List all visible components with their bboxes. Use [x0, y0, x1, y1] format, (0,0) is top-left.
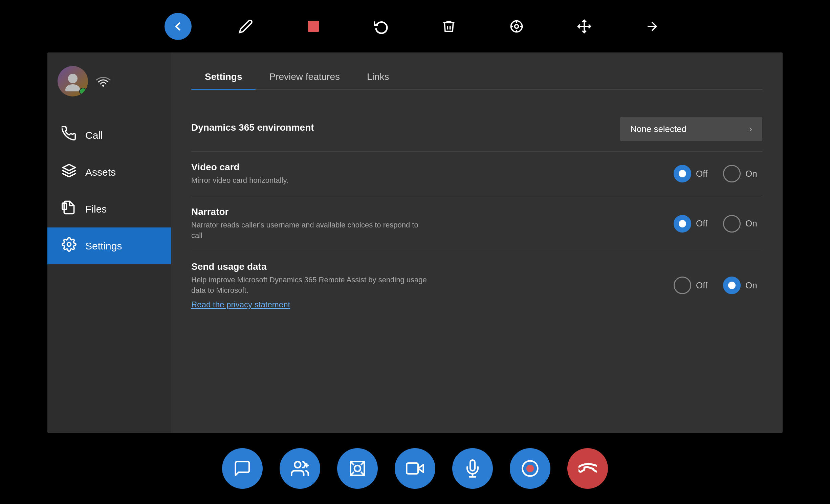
- video-card-on-label: On: [745, 169, 762, 179]
- call-icon: [61, 126, 77, 144]
- top-toolbar: [0, 0, 830, 52]
- settings-label: Settings: [85, 240, 122, 252]
- narrator-on-option[interactable]: On: [723, 215, 762, 233]
- mic-button[interactable]: [452, 448, 493, 489]
- video-button[interactable]: [395, 448, 435, 489]
- files-label: Files: [85, 203, 107, 215]
- send-usage-sublabel: Help improve Microsoft Dynamics 365 Remo…: [191, 275, 428, 296]
- sidebar-item-files[interactable]: Files: [47, 191, 171, 227]
- video-card-off-label: Off: [696, 169, 713, 179]
- tabs: Settings Preview features Links: [191, 66, 762, 90]
- pin-button[interactable]: [503, 13, 530, 40]
- participants-button[interactable]: [280, 448, 320, 489]
- svg-rect-0: [308, 21, 319, 32]
- narrator-on-label: On: [745, 218, 762, 229]
- svg-point-29: [526, 465, 534, 473]
- avatar: [58, 66, 88, 96]
- dynamics-env-label: Dynamics 365 environment: [191, 122, 620, 133]
- send-usage-on-radio[interactable]: [723, 277, 741, 294]
- main-area: Call Assets: [47, 52, 783, 433]
- nav-items: Call Assets: [47, 117, 171, 433]
- tab-links[interactable]: Links: [353, 66, 402, 89]
- svg-point-1: [515, 24, 519, 28]
- sidebar-item-call[interactable]: Call: [47, 117, 171, 154]
- chat-button[interactable]: [222, 448, 263, 489]
- video-card-row: Video card Mirror video card horizontall…: [191, 152, 762, 196]
- send-usage-off-option[interactable]: Off: [674, 277, 713, 294]
- narrator-off-option[interactable]: Off: [674, 215, 713, 233]
- send-usage-on-option[interactable]: On: [723, 277, 762, 294]
- tab-preview-features[interactable]: Preview features: [256, 66, 353, 89]
- settings-icon: [61, 237, 77, 255]
- svg-point-19: [354, 465, 361, 472]
- assets-icon: [61, 163, 77, 181]
- screenshot-button[interactable]: [337, 448, 378, 489]
- stop-button[interactable]: [300, 13, 327, 40]
- user-area: [47, 59, 171, 103]
- chevron-right-icon: ›: [749, 124, 752, 134]
- record-button[interactable]: [510, 448, 550, 489]
- svg-point-12: [102, 85, 104, 87]
- narrator-label: Narrator: [191, 206, 674, 217]
- video-card-on-option[interactable]: On: [723, 165, 762, 182]
- assets-label: Assets: [85, 167, 116, 178]
- privacy-link[interactable]: Read the privacy statement: [191, 300, 290, 309]
- online-badge: [79, 88, 87, 95]
- send-usage-on-label: On: [745, 280, 762, 291]
- svg-point-11: [65, 84, 80, 91]
- delete-button[interactable]: [435, 13, 462, 40]
- video-card-off-radio[interactable]: [674, 165, 691, 182]
- sidebar-item-assets[interactable]: Assets: [47, 154, 171, 191]
- svg-marker-24: [418, 465, 423, 473]
- sidebar: Call Assets: [47, 52, 171, 433]
- narrator-on-radio[interactable]: [723, 215, 741, 233]
- send-usage-label: Send usage data: [191, 261, 674, 272]
- svg-rect-25: [407, 463, 418, 474]
- wifi-icon: [95, 73, 112, 90]
- undo-button[interactable]: [368, 13, 395, 40]
- move-button[interactable]: [571, 13, 598, 40]
- dynamics-env-dropdown[interactable]: None selected ›: [620, 117, 762, 141]
- call-label: Call: [85, 130, 103, 141]
- narrator-off-radio[interactable]: [674, 215, 691, 233]
- send-usage-off-radio[interactable]: [674, 277, 691, 294]
- pen-button[interactable]: [232, 13, 259, 40]
- video-card-off-option[interactable]: Off: [674, 165, 713, 182]
- narrator-off-label: Off: [696, 218, 713, 229]
- bottom-toolbar: [0, 433, 830, 504]
- svg-point-15: [294, 462, 301, 468]
- files-icon: [61, 200, 77, 218]
- hangup-button[interactable]: [567, 448, 608, 489]
- content-area: Settings Preview features Links Dynamics…: [171, 52, 783, 433]
- sidebar-item-settings[interactable]: Settings: [47, 227, 171, 264]
- svg-point-14: [67, 243, 71, 246]
- narrator-sublabel: Narrator reads caller's username and ava…: [191, 220, 428, 241]
- video-card-sublabel: Mirror video card horizontally.: [191, 175, 428, 186]
- unpin-button[interactable]: [638, 13, 665, 40]
- dynamics-env-value: None selected: [630, 124, 686, 134]
- svg-point-10: [68, 74, 78, 83]
- back-button[interactable]: [165, 13, 192, 40]
- send-usage-row: Send usage data Help improve Microsoft D…: [191, 251, 762, 320]
- send-usage-off-label: Off: [696, 280, 713, 291]
- narrator-row: Narrator Narrator reads caller's usernam…: [191, 196, 762, 251]
- dynamics-env-row: Dynamics 365 environment None selected ›: [191, 107, 762, 152]
- video-card-label: Video card: [191, 162, 674, 173]
- video-card-on-radio[interactable]: [723, 165, 741, 182]
- tab-settings[interactable]: Settings: [191, 66, 256, 89]
